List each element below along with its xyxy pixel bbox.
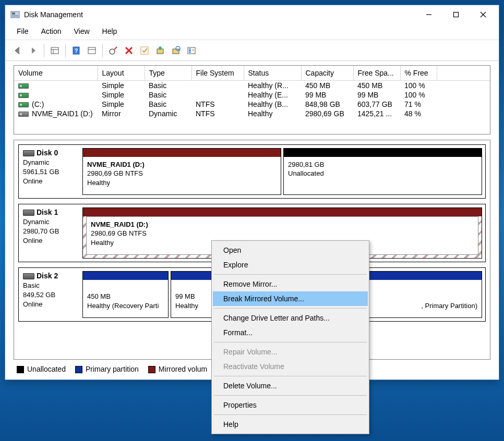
volume-row[interactable]: NVME_RAID1 (D:) Mirror Dynamic NTFS Heal… xyxy=(14,109,490,118)
volume-list[interactable]: Volume Layout Type File System Status Ca… xyxy=(14,65,490,134)
cm-reactivate: Reactivate Volume xyxy=(213,359,368,374)
properties-button[interactable] xyxy=(85,43,99,58)
help-button[interactable]: ? xyxy=(69,43,83,58)
svg-rect-2 xyxy=(12,15,18,17)
menu-help[interactable]: Help xyxy=(97,26,123,36)
partition-unallocated[interactable]: 2980,81 GB Unallocated xyxy=(283,148,482,195)
refresh-button[interactable] xyxy=(106,43,121,58)
forward-button[interactable] xyxy=(26,43,41,58)
disk-info: Disk 0 Dynamic 5961,51 GB Online xyxy=(19,145,82,198)
col-pctfree[interactable]: % Free xyxy=(400,66,437,80)
app-icon xyxy=(10,10,20,19)
titlebar[interactable]: Disk Management xyxy=(5,5,499,24)
col-filesystem[interactable]: File System xyxy=(191,66,244,80)
toolbar: ? xyxy=(5,40,499,61)
cm-properties[interactable]: Properties xyxy=(213,398,368,412)
cm-delete[interactable]: Delete Volume... xyxy=(213,378,368,393)
legend-unallocated: Unallocated xyxy=(17,365,66,373)
cm-remove-mirror[interactable]: Remove Mirror... xyxy=(213,277,368,291)
minimize-button[interactable] xyxy=(415,6,442,23)
maximize-button[interactable] xyxy=(442,6,470,23)
col-freespace[interactable]: Free Spa... xyxy=(353,66,400,80)
attach-vhd-button[interactable] xyxy=(153,43,167,58)
cm-repair: Repair Volume... xyxy=(213,345,368,359)
svg-rect-26 xyxy=(189,52,191,53)
volume-row[interactable]: (C:) Simple Basic NTFS Healthy (B... 848… xyxy=(14,100,490,109)
svg-rect-7 xyxy=(51,47,58,54)
volume-row[interactable]: Simple Basic Healthy (E... 99 MB 99 MB 1… xyxy=(14,90,490,100)
menubar: File Action View Help xyxy=(5,24,499,40)
col-type[interactable]: Type xyxy=(145,66,191,80)
svg-point-14 xyxy=(110,49,115,54)
col-capacity[interactable]: Capacity xyxy=(301,66,353,80)
volume-icon xyxy=(18,93,29,98)
disk-icon xyxy=(23,273,34,279)
volume-icon xyxy=(18,83,29,89)
svg-rect-18 xyxy=(141,47,148,54)
context-menu[interactable]: Open Explore Remove Mirror... Break Mirr… xyxy=(211,240,369,434)
disk-icon xyxy=(23,150,34,156)
disk-info: Disk 2 Basic 849,52 GB Online xyxy=(19,268,82,321)
disk-row[interactable]: Disk 0 Dynamic 5961,51 GB Online NVME_RA… xyxy=(18,144,486,199)
legend-mirror: Mirrored volum xyxy=(148,365,207,373)
cm-format[interactable]: Format... xyxy=(213,325,368,340)
window-title: Disk Management xyxy=(24,10,415,19)
partition-efi[interactable]: 99 MB Healthy xyxy=(171,271,212,318)
menu-view[interactable]: View xyxy=(68,26,94,36)
svg-rect-12 xyxy=(88,47,95,54)
svg-rect-1 xyxy=(12,13,15,15)
svg-rect-4 xyxy=(454,13,459,17)
col-status[interactable]: Status xyxy=(244,66,301,80)
menu-file[interactable]: File xyxy=(11,26,34,36)
disk-icon xyxy=(23,210,34,216)
svg-text:?: ? xyxy=(75,47,78,54)
volume-list-header[interactable]: Volume Layout Type File System Status Ca… xyxy=(14,66,490,80)
cm-open[interactable]: Open xyxy=(213,243,368,258)
cm-help[interactable]: Help xyxy=(213,417,368,432)
cm-break-mirror[interactable]: Break Mirrored Volume... xyxy=(213,291,368,306)
volume-icon xyxy=(18,112,29,117)
svg-rect-25 xyxy=(189,50,191,51)
delete-button[interactable] xyxy=(122,43,136,58)
back-button[interactable] xyxy=(10,43,25,58)
legend-primary: Primary partition xyxy=(75,365,139,373)
cm-change-letter[interactable]: Change Drive Letter and Paths... xyxy=(213,311,368,325)
partition-mirror[interactable]: NVME_RAID1 (D:) 2980,69 GB NTFS Healthy xyxy=(82,148,281,195)
svg-rect-24 xyxy=(189,48,191,50)
menu-action[interactable]: Action xyxy=(36,26,67,36)
show-hide-tree-button[interactable] xyxy=(47,43,62,58)
svg-line-15 xyxy=(114,47,117,50)
detach-vhd-button[interactable] xyxy=(169,43,183,58)
settings-button[interactable] xyxy=(184,43,199,58)
col-layout[interactable]: Layout xyxy=(98,66,145,80)
partition-recovery[interactable]: 450 MB Healthy (Recovery Parti xyxy=(82,271,169,318)
close-button[interactable] xyxy=(470,6,497,23)
disk-info: Disk 1 Dynamic 2980,70 GB Online xyxy=(19,204,82,262)
apply-button[interactable] xyxy=(137,43,152,58)
cm-explore[interactable]: Explore xyxy=(213,258,368,272)
col-volume[interactable]: Volume xyxy=(14,66,98,80)
volume-row[interactable]: Simple Basic Healthy (R... 450 MB 450 MB… xyxy=(14,80,490,90)
volume-icon xyxy=(18,102,29,107)
